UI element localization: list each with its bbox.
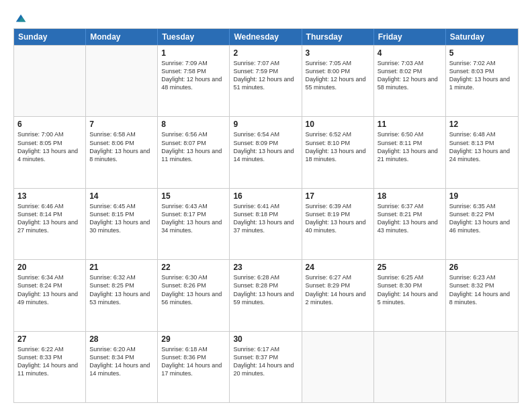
day-info: Sunrise: 6:35 AM Sunset: 8:22 PM Dayligh…	[449, 203, 510, 234]
table-row	[14, 46, 86, 116]
day-number: 24	[306, 263, 370, 272]
table-row: 11Sunrise: 6:50 AM Sunset: 8:11 PM Dayli…	[374, 117, 446, 187]
table-row: 17Sunrise: 6:39 AM Sunset: 8:19 PM Dayli…	[302, 189, 374, 259]
day-number: 8	[161, 120, 226, 129]
day-info: Sunrise: 6:54 AM Sunset: 8:09 PM Dayligh…	[233, 131, 294, 162]
day-number: 30	[233, 334, 298, 344]
day-number: 13	[17, 191, 82, 201]
day-number: 29	[161, 334, 226, 344]
table-row: 28Sunrise: 6:20 AM Sunset: 8:34 PM Dayli…	[86, 332, 158, 402]
header-day-wednesday: Wednesday	[230, 29, 302, 45]
day-number: 16	[233, 191, 298, 201]
table-row: 16Sunrise: 6:41 AM Sunset: 8:18 PM Dayli…	[230, 189, 302, 259]
header-day-saturday: Saturday	[446, 29, 518, 45]
table-row: 23Sunrise: 6:28 AM Sunset: 8:28 PM Dayli…	[230, 260, 302, 330]
day-info: Sunrise: 6:50 AM Sunset: 8:11 PM Dayligh…	[378, 131, 438, 162]
day-info: Sunrise: 7:03 AM Sunset: 8:02 PM Dayligh…	[378, 60, 438, 91]
day-number: 6	[17, 120, 82, 129]
day-info: Sunrise: 6:52 AM Sunset: 8:10 PM Dayligh…	[306, 131, 366, 162]
table-row: 19Sunrise: 6:35 AM Sunset: 8:22 PM Dayli…	[446, 189, 518, 259]
day-number: 11	[378, 120, 442, 129]
day-info: Sunrise: 6:32 AM Sunset: 8:25 PM Dayligh…	[89, 274, 150, 305]
day-info: Sunrise: 6:22 AM Sunset: 8:33 PM Dayligh…	[17, 346, 78, 377]
day-number: 1	[161, 48, 226, 58]
table-row: 25Sunrise: 6:25 AM Sunset: 8:30 PM Dayli…	[374, 260, 446, 330]
day-number: 18	[378, 191, 442, 201]
table-row: 8Sunrise: 6:56 AM Sunset: 8:07 PM Daylig…	[158, 117, 230, 187]
day-info: Sunrise: 6:43 AM Sunset: 8:17 PM Dayligh…	[161, 203, 222, 234]
table-row: 9Sunrise: 6:54 AM Sunset: 8:09 PM Daylig…	[230, 117, 302, 187]
table-row: 12Sunrise: 6:48 AM Sunset: 8:13 PM Dayli…	[446, 117, 518, 187]
day-info: Sunrise: 6:17 AM Sunset: 8:37 PM Dayligh…	[233, 346, 294, 377]
day-number: 22	[161, 263, 226, 272]
day-info: Sunrise: 6:46 AM Sunset: 8:14 PM Dayligh…	[17, 203, 78, 234]
day-number: 19	[449, 191, 515, 201]
table-row	[302, 332, 374, 402]
day-info: Sunrise: 6:23 AM Sunset: 8:32 PM Dayligh…	[449, 274, 510, 305]
day-info: Sunrise: 6:37 AM Sunset: 8:21 PM Dayligh…	[378, 203, 438, 234]
day-number: 2	[233, 48, 298, 58]
calendar-row-1: 1Sunrise: 7:09 AM Sunset: 7:58 PM Daylig…	[14, 45, 518, 116]
table-row: 4Sunrise: 7:03 AM Sunset: 8:02 PM Daylig…	[374, 46, 446, 116]
day-info: Sunrise: 6:45 AM Sunset: 8:15 PM Dayligh…	[89, 203, 150, 234]
day-number: 25	[378, 263, 442, 272]
table-row	[374, 332, 446, 402]
page: SundayMondayTuesdayWednesdayThursdayFrid…	[0, 0, 532, 411]
day-number: 28	[89, 334, 154, 344]
table-row	[446, 332, 518, 402]
table-row: 26Sunrise: 6:23 AM Sunset: 8:32 PM Dayli…	[446, 260, 518, 330]
table-row: 18Sunrise: 6:37 AM Sunset: 8:21 PM Dayli…	[374, 189, 446, 259]
day-info: Sunrise: 6:41 AM Sunset: 8:18 PM Dayligh…	[233, 203, 294, 234]
day-info: Sunrise: 6:39 AM Sunset: 8:19 PM Dayligh…	[306, 203, 366, 234]
day-number: 12	[449, 120, 515, 129]
table-row: 6Sunrise: 7:00 AM Sunset: 8:05 PM Daylig…	[14, 117, 86, 187]
header-day-sunday: Sunday	[14, 29, 86, 45]
table-row: 30Sunrise: 6:17 AM Sunset: 8:37 PM Dayli…	[230, 332, 302, 402]
calendar-row-5: 27Sunrise: 6:22 AM Sunset: 8:33 PM Dayli…	[14, 331, 518, 402]
day-info: Sunrise: 6:18 AM Sunset: 8:36 PM Dayligh…	[161, 346, 222, 377]
table-row: 1Sunrise: 7:09 AM Sunset: 7:58 PM Daylig…	[158, 46, 230, 116]
header	[13, 12, 519, 21]
calendar-row-2: 6Sunrise: 7:00 AM Sunset: 8:05 PM Daylig…	[14, 116, 518, 187]
day-number: 26	[449, 263, 515, 272]
logo	[13, 12, 27, 21]
calendar-row-3: 13Sunrise: 6:46 AM Sunset: 8:14 PM Dayli…	[14, 188, 518, 259]
table-row: 20Sunrise: 6:34 AM Sunset: 8:24 PM Dayli…	[14, 260, 86, 330]
day-number: 10	[306, 120, 370, 129]
calendar-header: SundayMondayTuesdayWednesdayThursdayFrid…	[14, 29, 518, 45]
day-number: 15	[161, 191, 226, 201]
table-row: 2Sunrise: 7:07 AM Sunset: 7:59 PM Daylig…	[230, 46, 302, 116]
table-row: 27Sunrise: 6:22 AM Sunset: 8:33 PM Dayli…	[14, 332, 86, 402]
day-number: 9	[233, 120, 298, 129]
day-info: Sunrise: 7:09 AM Sunset: 7:58 PM Dayligh…	[161, 60, 222, 91]
table-row: 14Sunrise: 6:45 AM Sunset: 8:15 PM Dayli…	[86, 189, 158, 259]
calendar-body: 1Sunrise: 7:09 AM Sunset: 7:58 PM Daylig…	[14, 45, 518, 402]
day-info: Sunrise: 7:07 AM Sunset: 7:59 PM Dayligh…	[233, 60, 294, 91]
table-row: 15Sunrise: 6:43 AM Sunset: 8:17 PM Dayli…	[158, 189, 230, 259]
day-number: 3	[306, 48, 370, 58]
day-number: 7	[89, 120, 154, 129]
table-row: 7Sunrise: 6:58 AM Sunset: 8:06 PM Daylig…	[86, 117, 158, 187]
table-row: 21Sunrise: 6:32 AM Sunset: 8:25 PM Dayli…	[86, 260, 158, 330]
day-info: Sunrise: 6:56 AM Sunset: 8:07 PM Dayligh…	[161, 131, 222, 162]
day-info: Sunrise: 7:02 AM Sunset: 8:03 PM Dayligh…	[449, 60, 510, 91]
header-day-thursday: Thursday	[302, 29, 374, 45]
day-info: Sunrise: 6:30 AM Sunset: 8:26 PM Dayligh…	[161, 274, 222, 305]
table-row: 10Sunrise: 6:52 AM Sunset: 8:10 PM Dayli…	[302, 117, 374, 187]
day-number: 5	[449, 48, 515, 58]
table-row: 3Sunrise: 7:05 AM Sunset: 8:00 PM Daylig…	[302, 46, 374, 116]
table-row: 22Sunrise: 6:30 AM Sunset: 8:26 PM Dayli…	[158, 260, 230, 330]
table-row: 13Sunrise: 6:46 AM Sunset: 8:14 PM Dayli…	[14, 189, 86, 259]
day-number: 23	[233, 263, 298, 272]
day-info: Sunrise: 6:34 AM Sunset: 8:24 PM Dayligh…	[17, 274, 78, 305]
header-day-friday: Friday	[374, 29, 446, 45]
day-info: Sunrise: 7:05 AM Sunset: 8:00 PM Dayligh…	[306, 60, 366, 91]
day-number: 4	[378, 48, 442, 58]
header-day-tuesday: Tuesday	[158, 29, 230, 45]
table-row: 5Sunrise: 7:02 AM Sunset: 8:03 PM Daylig…	[446, 46, 518, 116]
day-info: Sunrise: 7:00 AM Sunset: 8:05 PM Dayligh…	[17, 131, 78, 162]
day-info: Sunrise: 6:58 AM Sunset: 8:06 PM Dayligh…	[89, 131, 150, 162]
calendar-row-4: 20Sunrise: 6:34 AM Sunset: 8:24 PM Dayli…	[14, 259, 518, 330]
day-info: Sunrise: 6:25 AM Sunset: 8:30 PM Dayligh…	[378, 274, 438, 305]
table-row: 29Sunrise: 6:18 AM Sunset: 8:36 PM Dayli…	[158, 332, 230, 402]
